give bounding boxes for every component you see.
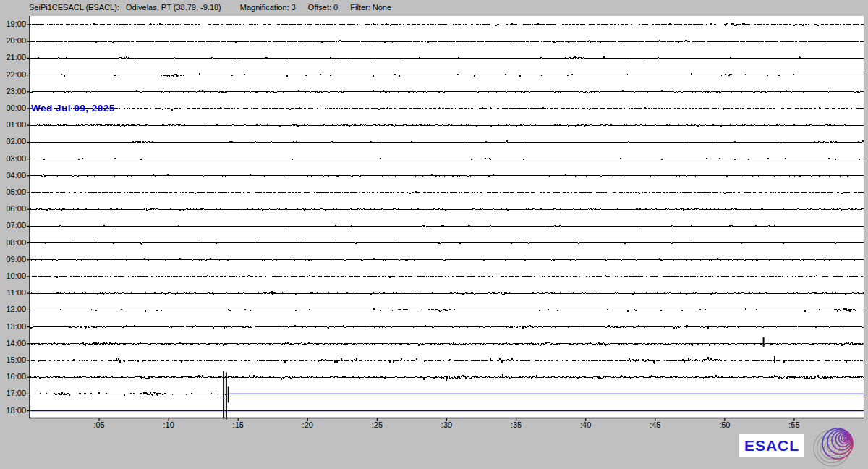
hour-label: 01:00: [0, 120, 26, 130]
minute-label: :45: [643, 421, 668, 430]
hour-label: 21:00: [0, 53, 26, 62]
hour-label: 07:00: [0, 221, 26, 230]
hour-label: 09:00: [0, 255, 26, 264]
minute-label: :40: [574, 421, 598, 430]
hour-label: 17:00: [0, 389, 26, 398]
hour-label: 18:00: [0, 406, 26, 415]
hour-label: 02:00: [0, 137, 26, 146]
hour-label: 13:00: [0, 322, 26, 331]
minute-label: :20: [295, 421, 320, 430]
hour-label: 06:00: [0, 204, 26, 214]
hour-label: 16:00: [0, 372, 26, 381]
hour-label: 03:00: [0, 154, 26, 164]
helicorder-screen: SeiPi1CESACL (ESACL): Odivelas, PT (38.7…: [0, 0, 868, 469]
minute-label: :25: [365, 421, 389, 430]
esacl-spiral-logo-icon: [812, 426, 864, 468]
hour-label: 12:00: [0, 305, 26, 314]
hour-label: 20:00: [0, 36, 26, 46]
hour-label: 23:00: [0, 87, 26, 96]
minute-label: :35: [504, 421, 529, 430]
helicorder-traces: [0, 0, 868, 469]
minute-label: :15: [226, 421, 250, 430]
hour-label: 04:00: [0, 171, 26, 180]
hour-label: 15:00: [0, 355, 26, 365]
hour-label: 19:00: [0, 20, 26, 29]
hour-label: 05:00: [0, 187, 26, 197]
hour-label: 10:00: [0, 271, 26, 281]
hour-label: 11:00: [0, 288, 26, 297]
hour-label: 22:00: [0, 70, 26, 80]
esacl-badge-label: ESACL: [744, 437, 799, 455]
hour-label: 00:00: [0, 103, 26, 113]
minute-label: :50: [712, 421, 737, 430]
date-overlay: Wed Jul 09, 2025: [31, 103, 115, 114]
minute-label: :30: [435, 421, 459, 430]
minute-label: :10: [156, 421, 181, 430]
hour-label: 14:00: [0, 339, 26, 348]
minute-label: :55: [782, 421, 807, 430]
esacl-badge: ESACL: [739, 434, 804, 457]
hour-label: 08:00: [0, 238, 26, 248]
minute-label: :05: [87, 421, 111, 430]
